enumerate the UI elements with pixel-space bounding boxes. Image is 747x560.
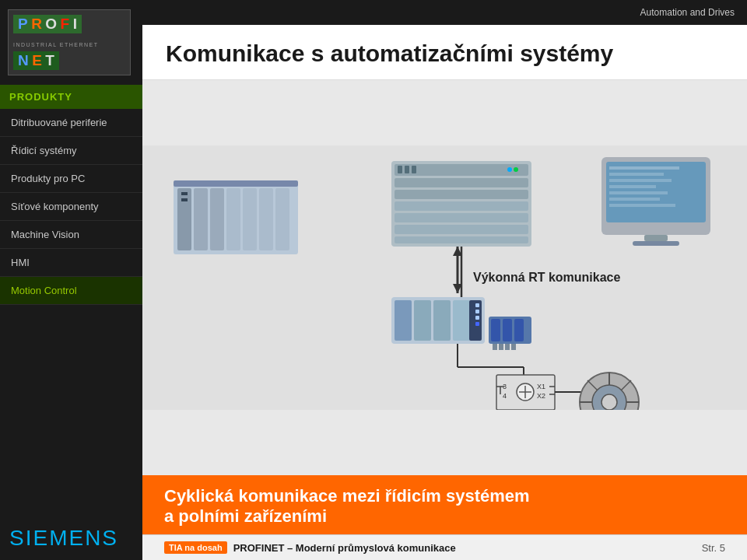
svg-rect-6 (243, 188, 257, 250)
logo-area: P R O F I INDUSTRIAL ETHERNET N E T (0, 0, 142, 85)
svg-point-23 (514, 167, 518, 172)
svg-text:3: 3 (503, 383, 507, 390)
io-modules (391, 297, 485, 344)
siemens-logo-area: SIEMENS (0, 513, 142, 560)
svg-text:X2: X2 (537, 392, 545, 400)
svg-rect-54 (499, 344, 503, 350)
svg-point-24 (507, 167, 512, 172)
svg-rect-27 (609, 166, 679, 170)
svg-rect-41 (414, 300, 431, 341)
svg-rect-14 (395, 178, 528, 187)
banner-line2: a polními zařízeními (164, 506, 725, 527)
svg-rect-42 (433, 300, 451, 341)
footer-bar: TIA na dosah PROFINET – Moderní průmyslo… (142, 534, 747, 560)
svg-rect-47 (475, 316, 479, 320)
svg-rect-11 (181, 198, 188, 201)
title-area: Komunikace s automatizačními systémy (142, 25, 747, 80)
top-bar: Automation and Drives (142, 0, 747, 25)
footer-page: Str. 5 (702, 542, 725, 554)
svg-rect-20 (398, 166, 402, 173)
produkty-label: PRODUKTY (0, 85, 142, 109)
sidebar-item-motioncontrol[interactable]: Motion Control (0, 277, 142, 305)
svg-rect-30 (609, 185, 656, 188)
diagram-svg: Výkonná RT komunikace (142, 145, 747, 410)
svg-rect-34 (644, 235, 668, 241)
svg-rect-19 (395, 236, 528, 243)
tia-badge: TIA na dosah (164, 541, 227, 554)
svg-rect-29 (609, 179, 672, 182)
sidebar-item-ridicisystemy[interactable]: Řídicí systémy (0, 137, 142, 165)
svg-rect-51 (503, 319, 512, 341)
svg-rect-55 (505, 344, 510, 350)
svg-rect-35 (633, 241, 679, 246)
svg-rect-2 (177, 188, 191, 250)
svg-text:X1: X1 (537, 383, 545, 390)
orange-banner: Cyklická komunikace mezi řídicím systéme… (142, 475, 747, 534)
svg-rect-8 (275, 188, 289, 250)
svg-rect-4 (210, 188, 224, 250)
svg-rect-22 (412, 166, 416, 173)
sidebar-item-machinevision[interactable]: Machine Vision (0, 221, 142, 249)
svg-point-75 (601, 394, 617, 410)
svg-text:4: 4 (503, 392, 507, 400)
svg-rect-50 (491, 319, 500, 341)
sidebar: P R O F I INDUSTRIAL ETHERNET N E T (0, 0, 142, 560)
svg-rect-48 (475, 322, 479, 326)
svg-rect-3 (194, 188, 208, 250)
svg-rect-43 (453, 300, 470, 341)
sidebar-item-produktypc[interactable]: Produkty pro PC (0, 165, 142, 193)
siemens-logo: SIEMENS (9, 526, 118, 551)
sidebar-item-sitovekomponenty[interactable]: Síťové komponenty (0, 193, 142, 221)
svg-rect-5 (226, 188, 240, 250)
svg-rect-15 (395, 190, 528, 199)
svg-rect-10 (181, 192, 188, 195)
svg-rect-7 (259, 188, 273, 250)
diagram-area: Výkonná RT komunikace (142, 80, 747, 475)
svg-rect-32 (609, 198, 660, 201)
svg-rect-9 (174, 180, 298, 187)
monitor-pc (601, 157, 710, 246)
svg-rect-52 (514, 319, 524, 341)
svg-rect-21 (405, 166, 409, 173)
page-title: Komunikace s automatizačními systémy (166, 40, 724, 67)
banner-line1: Cyklická komunikace mezi řídicím systéme… (164, 486, 725, 506)
svg-rect-17 (395, 213, 528, 222)
drive-controller-box: 3 4 X1 X2 (496, 375, 555, 410)
svg-rect-56 (511, 344, 516, 350)
svg-rect-46 (475, 310, 479, 313)
svg-rect-40 (395, 300, 412, 341)
sidebar-item-ditribuovane[interactable]: Ditribuované periferie (0, 109, 142, 137)
svg-rect-28 (609, 173, 664, 176)
svg-rect-16 (395, 201, 528, 211)
svg-rect-33 (609, 204, 675, 207)
plc-left (174, 180, 298, 254)
main-content: Automation and Drives Komunikace s autom… (142, 0, 747, 560)
sidebar-nav: Ditribuované periferie Řídicí systémy Pr… (0, 109, 142, 513)
rt-label: Výkonná RT komunikace (473, 271, 620, 284)
sidebar-item-hmi[interactable]: HMI (0, 249, 142, 277)
automation-drives-label: Automation and Drives (640, 7, 735, 18)
svg-rect-53 (493, 344, 497, 350)
svg-rect-45 (475, 303, 479, 307)
industrial-label: INDUSTRIAL ETHERNET (13, 42, 99, 47)
footer-title: PROFINET – Moderní průmyslová komunikace (233, 542, 456, 554)
footer-left: TIA na dosah PROFINET – Moderní průmyslo… (164, 541, 456, 554)
svg-rect-18 (395, 225, 528, 234)
svg-rect-31 (609, 191, 668, 194)
server-center (391, 161, 531, 247)
